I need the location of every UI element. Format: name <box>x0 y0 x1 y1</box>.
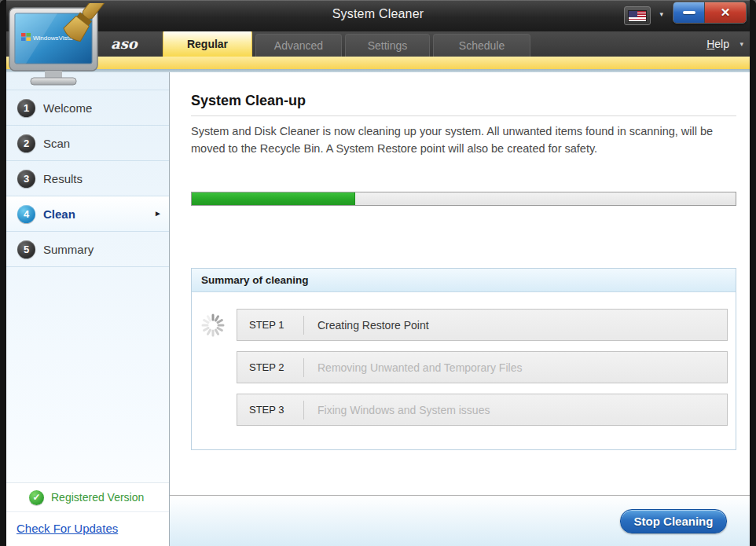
cleaning-step-row: STEP 3 Fixing Windows and System issues <box>237 394 728 426</box>
step-number-badge: 3 <box>17 170 35 188</box>
tab-bar: aso Regular Advanced Settings Schedule H… <box>0 31 756 57</box>
title-bar: System Cleaner ▾ ✕ <box>0 0 756 31</box>
cleaning-progress-bar <box>191 192 736 206</box>
step-description: Fixing Windows and System issues <box>304 404 490 416</box>
language-caret-down-icon[interactable]: ▾ <box>659 10 663 18</box>
help-menu[interactable]: Help <box>706 38 729 50</box>
step-number-badge: 2 <box>17 134 35 152</box>
check-circle-icon: ✓ <box>29 490 44 505</box>
main-content: System Clean-up System and Disk Cleaner … <box>170 72 750 546</box>
sidebar-bottom: ✓ Registered Version Check For Updates <box>6 482 169 546</box>
stop-cleaning-button[interactable]: Stop Cleaning <box>620 509 727 533</box>
sidebar-item-label: Results <box>43 172 83 185</box>
language-selector-button[interactable] <box>624 6 651 25</box>
sidebar-item-label: Clean <box>43 207 75 221</box>
check-for-updates-link[interactable]: Check For Updates <box>17 522 169 535</box>
minimize-icon <box>683 11 695 14</box>
summary-panel-title: Summary of cleaning <box>192 269 736 292</box>
close-icon: ✕ <box>721 5 731 20</box>
tab-settings-label: Settings <box>368 39 408 52</box>
minimize-button[interactable] <box>673 2 705 23</box>
description-text: System and Disk Cleaner is now cleaning … <box>191 123 741 158</box>
cleaning-step-row: STEP 2 Removing Unwanted and Temporary F… <box>237 351 728 383</box>
sidebar-item-scan[interactable]: 2 Scan <box>6 126 169 161</box>
step-label: STEP 2 <box>237 358 304 377</box>
step-label: STEP 3 <box>237 401 304 420</box>
svg-text:WindowsVista: WindowsVista <box>33 35 73 42</box>
sidebar-item-results[interactable]: 3 Results <box>6 161 169 196</box>
us-flag-icon <box>628 10 647 22</box>
help-label-rest: elp <box>714 38 729 50</box>
tab-advanced[interactable]: Advanced <box>255 34 342 57</box>
tab-schedule-label: Schedule <box>459 39 505 52</box>
progress-fill <box>192 192 355 205</box>
step-description: Removing Unwanted and Temporary Files <box>304 361 522 374</box>
tab-settings[interactable]: Settings <box>345 34 430 57</box>
registered-version-row: ✓ Registered Version <box>6 482 169 512</box>
loading-spinner-icon <box>200 313 226 338</box>
tab-schedule[interactable]: Schedule <box>433 34 530 57</box>
step-label: STEP 1 <box>237 316 304 335</box>
cleaning-step-row: STEP 1 Creating Restore Point <box>237 309 728 341</box>
step-number-badge: 5 <box>17 240 35 258</box>
active-item-arrow-right-icon: ► <box>154 209 162 218</box>
header-divider <box>0 69 756 72</box>
sidebar-item-summary[interactable]: 5 Summary <box>6 232 169 267</box>
app-window: System Cleaner ▾ ✕ aso Regular Advanced … <box>0 0 756 546</box>
sidebar-item-label: Summary <box>43 243 94 256</box>
tab-advanced-label: Advanced <box>274 39 323 52</box>
window-frame-left <box>0 0 6 546</box>
app-logo: WindowsVista <box>6 3 110 93</box>
sidebar-item-label: Scan <box>43 137 70 150</box>
brand-logo-text: aso <box>111 35 138 52</box>
step-number-badge: 4 <box>17 205 35 223</box>
help-caret-down-icon[interactable]: ▾ <box>739 40 743 48</box>
page-title: System Clean-up <box>191 93 306 109</box>
title-rule <box>191 115 736 116</box>
window-controls: ✕ <box>673 2 747 24</box>
summary-panel: Summary of cleaning <box>191 268 736 450</box>
footer: Stop Cleaning <box>170 496 750 546</box>
tab-regular-label: Regular <box>187 38 228 50</box>
registered-version-label: Registered Version <box>51 491 144 504</box>
step-description: Creating Restore Point <box>304 319 429 332</box>
sidebar-item-label: Welcome <box>43 101 92 115</box>
window-frame-right <box>750 0 756 546</box>
close-button[interactable]: ✕ <box>705 2 746 23</box>
sidebar-item-welcome[interactable]: 1 Welcome <box>6 90 169 126</box>
tab-regular[interactable]: Regular <box>163 30 252 57</box>
accent-strip <box>0 57 756 69</box>
help-accesskey: H <box>706 38 714 50</box>
step-number-badge: 1 <box>17 99 35 117</box>
sidebar-item-clean[interactable]: 4 Clean ► <box>6 196 169 232</box>
sidebar: 1 Welcome 2 Scan 3 Results 4 Clean ► 5 S… <box>6 72 170 546</box>
